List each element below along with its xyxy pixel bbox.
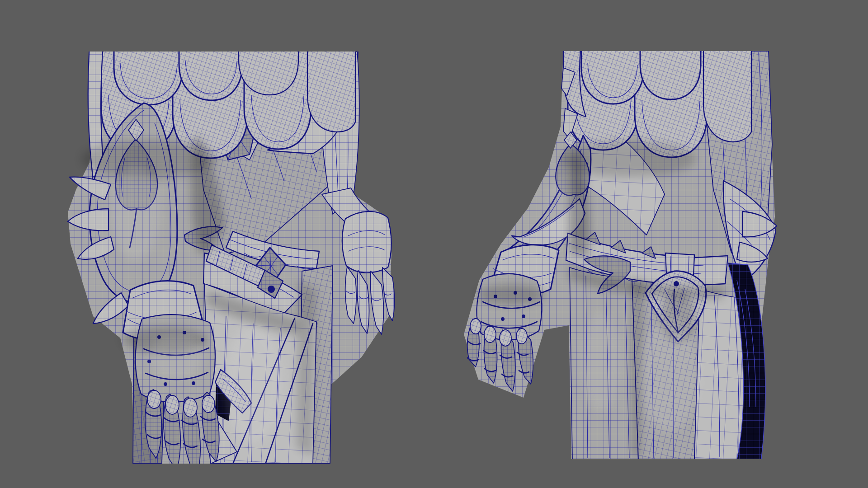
figure-right-view bbox=[464, 40, 777, 459]
pauldron-scales-right bbox=[561, 40, 751, 157]
figure-left-view bbox=[68, 40, 395, 474]
wireframe-render bbox=[0, 0, 868, 488]
viewport-canvas bbox=[0, 0, 868, 488]
